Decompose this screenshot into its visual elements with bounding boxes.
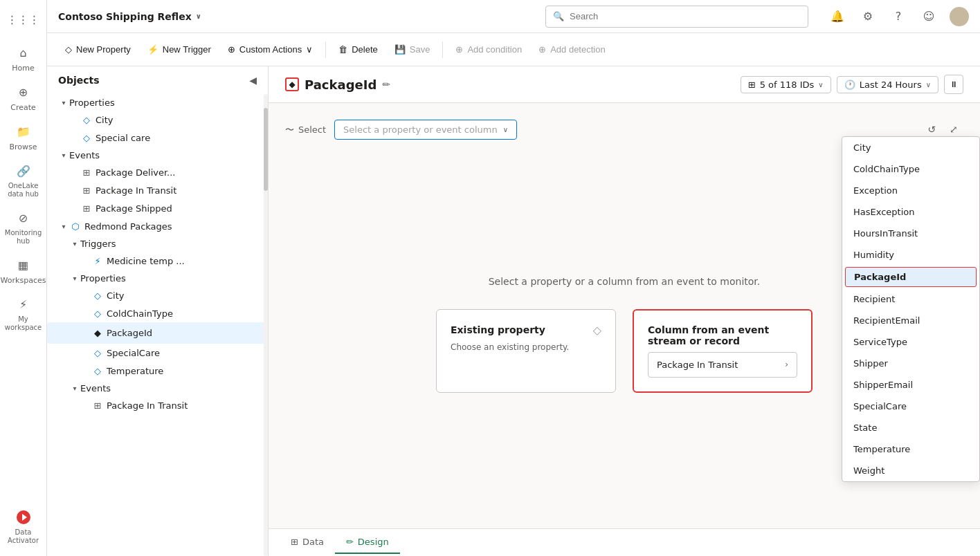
dropdown-item-shipper[interactable]: Shipper [842,353,979,374]
dropdown-item-shipperemail[interactable]: ShipperEmail [842,374,979,396]
create-icon: ⊕ [15,84,32,100]
sidebar-item-events-root[interactable]: ▾ Events [47,147,268,163]
new-trigger-button[interactable]: ⚡ New Trigger [140,40,218,59]
data-tab-icon: ⊞ [291,537,298,547]
sidebar-item-pkg-deliver[interactable]: ⊞ Package Deliver... [47,163,268,181]
nav-item-home[interactable]: ⌂ Home [3,39,44,78]
sidebar-item-city-root[interactable]: ◇ City [47,111,268,129]
spacer-icon [80,290,91,301]
clock-icon: 🕐 [844,80,855,90]
time-badge[interactable]: 🕐 Last 24 Hours ∨ [837,76,938,93]
sidebar-item-specialcare-sub[interactable]: ◇ SpecialCare [47,344,268,362]
nav-item-myworkspace[interactable]: ⚡ Myworkspace [3,290,44,337]
chevron-down-icon: ▾ [58,149,69,160]
sidebar-item-redmond-packages[interactable]: ▾ ⬡ Redmond Packages [47,217,268,235]
tab-design[interactable]: ✏ Design [335,531,400,554]
property-icon: ◇ [80,113,93,126]
sidebar-item-triggers-sub[interactable]: ▾ Triggers [47,235,268,252]
dropdown-item-exception[interactable]: Exception [842,180,979,201]
select-dropdown[interactable]: Select a property or event column ∨ [334,120,517,140]
dropdown-item-hasexception[interactable]: HasException [842,201,979,223]
sidebar-item-medicine-temp[interactable]: ⚡ Medicine temp ... [47,252,268,270]
dropdown-item-temperature[interactable]: Temperature [842,438,979,460]
sidebar-item-pkg-transit-root[interactable]: ⊞ Package In Transit [47,181,268,199]
edit-icon[interactable]: ✏ [382,79,390,90]
custom-actions-button[interactable]: ⊕ Custom Actions ∨ [221,40,320,59]
nav-item-onelake[interactable]: 🔗 OneLakedata hub [3,157,44,204]
sidebar-item-properties-sub[interactable]: ▾ Properties [47,270,268,286]
sidebar-item-properties-sub-label: Properties [80,273,262,284]
add-condition-icon: ⊕ [455,44,463,55]
sidebar-item-specialcare-sub-label: SpecialCare [107,348,262,358]
chevron-down-icon: ▾ [58,97,69,108]
sidebar-item-packageid-sub[interactable]: ◆ PackageId ••• [47,322,268,344]
add-condition-button[interactable]: ⊕ Add condition [448,40,529,59]
sidebar-item-coldchain-sub[interactable]: ◇ ColdChainType [47,304,268,322]
spacer-icon [69,132,80,143]
tab-design-label: Design [358,537,389,547]
chevron-down-icon: ▾ [69,272,80,284]
sidebar-item-city-sub[interactable]: ◇ City [47,286,268,304]
sidebar-item-pkg-shipped[interactable]: ⊞ Package Shipped [47,199,268,217]
feedback-icon[interactable]: ☺ [919,7,938,26]
event-stream-item[interactable]: Package In Transit › [648,352,797,378]
reflex-icon: ⬡ [69,220,82,232]
design-tab-icon: ✏ [346,537,354,547]
sidebar-item-events-root-label: Events [69,150,262,160]
time-badge-text: Last 24 Hours [860,80,922,90]
nav-item-workspaces[interactable]: ▦ Workspaces [3,251,44,290]
add-detection-button[interactable]: ⊕ Add detection [532,40,612,59]
sidebar-item-pkg-in-transit-sub[interactable]: ⊞ Package In Transit [47,396,268,414]
settings-icon[interactable]: ⚙ [858,7,878,26]
dropdown-item-servicetype[interactable]: ServiceType [842,331,979,353]
dropdown-item-recipient[interactable]: Recipient [842,288,979,310]
dropdown-item-specialcare[interactable]: SpecialCare [842,396,979,417]
new-property-button[interactable]: ◇ New Property [58,40,138,59]
dropdown-item-recipientemail[interactable]: RecipientEmail [842,310,979,331]
pause-button[interactable]: ⏸ [944,75,963,94]
sidebar-collapse-button[interactable]: ◀ [249,75,257,86]
tab-data[interactable]: ⊞ Data [280,531,335,554]
sidebar-item-city-sub-label: City [107,290,262,301]
dropdown-item-packageid[interactable]: PackageId [845,267,977,287]
nav-item-dataactivator[interactable]: DataActivator [3,503,44,550]
sidebar-item-special-care-root-label: Special care [96,133,262,143]
chevron-down-icon: ▾ [58,221,69,232]
app-title-chevron-icon[interactable]: ∨ [196,12,201,20]
dropdown-item-hoursintransit[interactable]: HoursInTransit [842,223,979,244]
search-box[interactable]: 🔍 [545,6,808,28]
custom-actions-icon: ⊕ [228,44,235,55]
save-button[interactable]: 💾 Save [388,40,437,59]
ids-badge[interactable]: ⊞ 5 of 118 IDs ∨ [741,76,831,93]
sidebar-item-pkg-transit-root-label: Package In Transit [96,185,262,196]
delete-button[interactable]: 🗑 Delete [332,40,385,59]
sidebar-scrollbar-thumb[interactable] [264,108,268,191]
ids-chevron-icon: ∨ [818,81,823,89]
delete-label: Delete [352,44,378,55]
nav-item-create[interactable]: ⊕ Create [3,78,44,118]
dropdown-item-weight[interactable]: Weight [842,460,979,481]
sidebar-item-special-care-root[interactable]: ◇ Special care [47,129,268,147]
help-icon[interactable]: ? [889,7,908,26]
nav-item-monitoring[interactable]: ⊘ Monitoringhub [3,204,44,251]
diamond-icon: ◇ [593,324,601,337]
sidebar-item-properties-root[interactable]: ▾ Properties [47,94,268,111]
myworkspace-icon: ⚡ [15,296,32,313]
notification-icon[interactable]: 🔔 [828,7,847,26]
sidebar-item-events-sub[interactable]: ▾ Events [47,380,268,396]
search-input[interactable] [570,11,801,21]
nav-item-browse[interactable]: 📁 Browse [3,118,44,157]
dropdown-item-city[interactable]: City [842,137,979,158]
existing-property-card[interactable]: Existing property ◇ Choose an existing p… [436,309,616,393]
column-from-event-card[interactable]: Column from an event stream or record Pa… [633,309,813,393]
sidebar-item-temperature-sub[interactable]: ◇ Temperature [47,362,268,380]
nav-item-dataactivator-label: DataActivator [8,528,39,545]
body-area: Objects ◀ ▾ Properties ◇ [47,66,980,556]
dropdown-item-humidity[interactable]: Humidity [842,244,979,266]
dropdown-item-state[interactable]: State [842,417,979,438]
dropdown-item-coldchaintype[interactable]: ColdChainType [842,158,979,180]
property-icon: ◇ [91,289,104,302]
avatar[interactable] [950,7,969,26]
spacer-icon [69,167,80,178]
nav-waffle[interactable]: ⋮⋮⋮ [3,6,44,33]
